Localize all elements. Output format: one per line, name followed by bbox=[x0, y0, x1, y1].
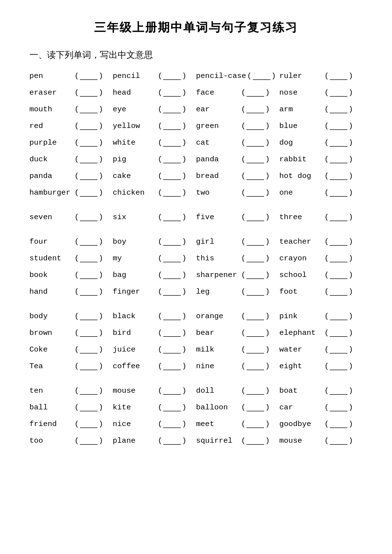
word-label: ear bbox=[196, 105, 240, 114]
answer-blank[interactable] bbox=[163, 420, 181, 428]
word-cell: balloon() bbox=[196, 403, 279, 412]
page-title: 三年级上册期中单词与句子复习练习 bbox=[29, 20, 363, 35]
word-label: teacher bbox=[279, 237, 323, 246]
word-cell: book() bbox=[29, 271, 113, 279]
answer-blank[interactable] bbox=[80, 437, 98, 445]
answer-blank[interactable] bbox=[80, 189, 98, 197]
answer-blank[interactable] bbox=[330, 288, 347, 296]
answer-blank[interactable] bbox=[330, 387, 347, 395]
answer-blank[interactable] bbox=[80, 362, 98, 370]
answer-blank[interactable] bbox=[163, 387, 181, 395]
answer-blank[interactable] bbox=[163, 139, 181, 147]
answer-blank[interactable] bbox=[330, 139, 347, 147]
word-cell: head() bbox=[113, 88, 196, 97]
spacer-row bbox=[29, 201, 363, 209]
answer-blank[interactable] bbox=[163, 122, 181, 130]
answer-blank[interactable] bbox=[163, 437, 181, 445]
answer-blank[interactable] bbox=[330, 312, 347, 320]
answer-blank[interactable] bbox=[163, 346, 181, 353]
answer-blank[interactable] bbox=[246, 346, 264, 353]
answer-blank[interactable] bbox=[80, 238, 98, 246]
answer-blank[interactable] bbox=[246, 122, 264, 130]
word-label: bag bbox=[113, 271, 157, 279]
answer-blank[interactable] bbox=[163, 254, 181, 262]
word-label: hand bbox=[29, 287, 74, 296]
answer-blank[interactable] bbox=[330, 271, 347, 279]
answer-blank[interactable] bbox=[80, 72, 98, 80]
answer-blank[interactable] bbox=[163, 89, 181, 97]
answer-blank[interactable] bbox=[246, 403, 264, 411]
answer-blank[interactable] bbox=[246, 288, 264, 296]
answer-blank[interactable] bbox=[330, 362, 347, 370]
answer-blank[interactable] bbox=[330, 105, 347, 113]
answer-blank[interactable] bbox=[246, 189, 264, 197]
answer-blank[interactable] bbox=[163, 72, 181, 80]
answer-blank[interactable] bbox=[163, 403, 181, 411]
answer-blank[interactable] bbox=[163, 155, 181, 163]
answer-blank[interactable] bbox=[80, 271, 98, 279]
answer-blank[interactable] bbox=[330, 420, 347, 428]
word-row: friend()nice()meet()goodbye() bbox=[29, 416, 363, 432]
answer-blank[interactable] bbox=[80, 172, 98, 180]
answer-blank[interactable] bbox=[246, 387, 264, 395]
word-cell: red() bbox=[29, 122, 113, 130]
answer-blank[interactable] bbox=[163, 271, 181, 279]
word-row: book()bag()sharpener()school() bbox=[29, 267, 363, 283]
answer-blank[interactable] bbox=[246, 89, 264, 97]
answer-blank[interactable] bbox=[246, 139, 264, 147]
answer-blank[interactable] bbox=[80, 89, 98, 97]
answer-blank[interactable] bbox=[246, 437, 264, 445]
answer-blank[interactable] bbox=[246, 172, 264, 180]
answer-blank[interactable] bbox=[246, 362, 264, 370]
answer-blank[interactable] bbox=[80, 155, 98, 163]
word-grid: pen()pencil()pencil-case()ruler()eraser(… bbox=[29, 68, 363, 449]
answer-blank[interactable] bbox=[163, 213, 181, 221]
answer-blank[interactable] bbox=[80, 403, 98, 411]
answer-blank[interactable] bbox=[163, 362, 181, 370]
answer-blank[interactable] bbox=[246, 238, 264, 246]
answer-blank[interactable] bbox=[163, 172, 181, 180]
answer-blank[interactable] bbox=[80, 420, 98, 428]
answer-blank[interactable] bbox=[246, 213, 264, 221]
answer-blank[interactable] bbox=[330, 89, 347, 97]
answer-blank[interactable] bbox=[80, 105, 98, 113]
answer-blank[interactable] bbox=[80, 254, 98, 262]
answer-blank[interactable] bbox=[80, 139, 98, 147]
answer-blank[interactable] bbox=[246, 254, 264, 262]
answer-blank[interactable] bbox=[163, 238, 181, 246]
answer-blank[interactable] bbox=[80, 346, 98, 353]
answer-blank[interactable] bbox=[80, 122, 98, 130]
answer-blank[interactable] bbox=[253, 72, 270, 80]
answer-blank[interactable] bbox=[246, 329, 264, 337]
answer-blank[interactable] bbox=[330, 346, 347, 353]
answer-blank[interactable] bbox=[330, 254, 347, 262]
answer-blank[interactable] bbox=[330, 189, 347, 197]
answer-blank[interactable] bbox=[163, 105, 181, 113]
answer-blank[interactable] bbox=[163, 312, 181, 320]
answer-blank[interactable] bbox=[246, 312, 264, 320]
answer-blank[interactable] bbox=[80, 387, 98, 395]
answer-blank[interactable] bbox=[330, 437, 347, 445]
answer-blank[interactable] bbox=[330, 403, 347, 411]
answer-blank[interactable] bbox=[330, 329, 347, 337]
word-label: five bbox=[196, 213, 240, 222]
answer-blank[interactable] bbox=[246, 420, 264, 428]
answer-blank[interactable] bbox=[246, 271, 264, 279]
answer-blank[interactable] bbox=[246, 105, 264, 113]
answer-blank[interactable] bbox=[80, 288, 98, 296]
answer-blank[interactable] bbox=[80, 312, 98, 320]
answer-blank[interactable] bbox=[330, 122, 347, 130]
answer-blank[interactable] bbox=[80, 213, 98, 221]
spacer-row bbox=[29, 226, 363, 233]
answer-blank[interactable] bbox=[80, 329, 98, 337]
answer-blank[interactable] bbox=[330, 72, 347, 80]
answer-blank[interactable] bbox=[163, 288, 181, 296]
answer-blank[interactable] bbox=[330, 172, 347, 180]
answer-blank[interactable] bbox=[330, 238, 347, 246]
answer-blank[interactable] bbox=[330, 213, 347, 221]
answer-blank[interactable] bbox=[246, 155, 264, 163]
answer-blank[interactable] bbox=[163, 329, 181, 337]
word-label: school bbox=[279, 271, 323, 279]
answer-blank[interactable] bbox=[330, 155, 347, 163]
answer-blank[interactable] bbox=[163, 189, 181, 197]
